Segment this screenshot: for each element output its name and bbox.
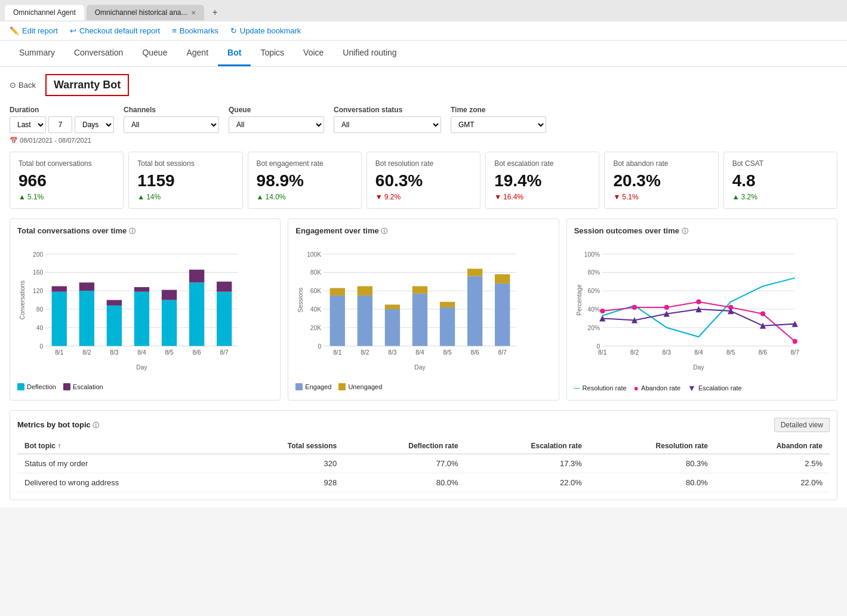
duration-unit-select[interactable]: Days [75, 116, 114, 133]
kpi-change: ▲ 14.0% [257, 193, 353, 201]
tab-summary[interactable]: Summary [10, 41, 64, 66]
metric-cell: 17.3% [466, 454, 589, 473]
info-icon[interactable]: ⓘ [381, 227, 387, 235]
duration-controls: Last Days [10, 116, 114, 133]
info-icon[interactable]: ⓘ [129, 227, 135, 235]
engagement-over-time-chart: Engagement over time ⓘ 020K40K60K80K100K… [288, 218, 559, 401]
svg-text:Day: Day [415, 364, 426, 371]
svg-rect-49 [330, 288, 345, 295]
detailed-view-button[interactable]: Detailed view [774, 418, 830, 432]
duration-value-input[interactable] [48, 116, 72, 133]
info-icon[interactable]: ⓘ [682, 227, 688, 235]
add-tab-button[interactable]: + [207, 4, 224, 21]
tab-unified-routing[interactable]: Unified routing [333, 41, 406, 66]
svg-rect-51 [358, 295, 372, 346]
kpi-card: Bot CSAT 4.8 ▲ 3.2% [723, 152, 837, 209]
svg-text:8/6: 8/6 [758, 349, 767, 356]
svg-text:8/5: 8/5 [443, 349, 452, 356]
legend-marker-icon: ● [634, 383, 639, 393]
svg-text:200: 200 [33, 251, 43, 258]
kpi-label: Total bot conversations [19, 159, 115, 168]
tab-conversation[interactable]: Conversation [64, 41, 133, 66]
channels-select[interactable]: All [124, 116, 219, 133]
svg-rect-63 [467, 276, 482, 346]
tab-topics[interactable]: Topics [251, 41, 294, 66]
page-title: Warranty Bot [45, 74, 129, 96]
filters-bar: Duration Last Days Channels All Queue Al… [10, 106, 837, 133]
tab-bot[interactable]: Bot [218, 41, 251, 66]
svg-text:160: 160 [33, 269, 43, 276]
channels-filter: Channels All [124, 106, 219, 133]
edit-icon: ✏️ [10, 26, 19, 35]
svg-rect-14 [52, 286, 67, 291]
metric-cell: 77.0% [344, 454, 465, 473]
close-icon[interactable]: ✕ [191, 10, 196, 16]
kpi-value: 60.3% [375, 171, 472, 190]
refresh-icon: ↻ [230, 26, 237, 35]
duration-preset-select[interactable]: Last [10, 116, 46, 133]
back-button[interactable]: ⊙ Back [10, 81, 36, 90]
bookmarks-icon: ≡ [172, 26, 177, 35]
svg-text:20%: 20% [587, 325, 600, 331]
legend-item: ─Resolution rate [574, 383, 627, 393]
svg-rect-57 [412, 294, 427, 346]
kpi-change: ▼ 16.4% [494, 193, 590, 201]
svg-text:8/3: 8/3 [389, 349, 398, 356]
svg-text:60%: 60% [587, 288, 600, 294]
metric-cell: 2.5% [715, 454, 830, 473]
kpi-value: 966 [19, 171, 115, 190]
legend-label: Resolution rate [583, 384, 627, 392]
legend-label: Escalation [73, 383, 103, 390]
back-icon: ⊙ [10, 81, 16, 90]
legend-label: Unengaged [348, 383, 382, 390]
checkout-button[interactable]: ↩ Checkout default report [70, 26, 160, 35]
tab-voice[interactable]: Voice [294, 41, 333, 66]
metric-cell: 80.3% [589, 454, 715, 473]
kpi-change: ▲ 3.2% [732, 193, 828, 201]
svg-text:8/7: 8/7 [220, 349, 229, 356]
tab-label: Omnichannel historical ana... [95, 8, 187, 17]
conversation-status-label: Conversation status [334, 106, 441, 114]
chart-title: Session outcomes over time ⓘ [574, 226, 830, 236]
kpi-card: Bot abandon rate 20.3% ▼ 5.1% [604, 152, 718, 209]
legend-label: Engaged [305, 383, 331, 390]
info-icon[interactable]: ⓘ [93, 421, 99, 429]
kpi-change: ▲ 14% [137, 193, 233, 201]
svg-text:Day: Day [693, 364, 704, 371]
conversation-status-select[interactable]: All [334, 116, 441, 133]
kpi-label: Bot engagement rate [257, 159, 353, 168]
metrics-title: Metrics by bot topic ⓘ [17, 420, 99, 430]
svg-text:Conversations: Conversations [19, 281, 26, 320]
tab-omnichannel-historical[interactable]: Omnichannel historical ana... ✕ [87, 5, 204, 20]
metric-cell: 80.0% [344, 473, 465, 492]
column-header: Total sessions [223, 438, 344, 454]
queue-select[interactable]: All [229, 116, 324, 133]
kpi-label: Bot resolution rate [375, 159, 472, 168]
svg-text:8/1: 8/1 [55, 349, 64, 356]
svg-text:60K: 60K [310, 288, 321, 294]
column-header: Deflection rate [344, 438, 465, 454]
nav-tabs: Summary Conversation Queue Agent Bot Top… [0, 41, 847, 67]
bookmarks-button[interactable]: ≡ Bookmarks [172, 26, 218, 35]
column-header: Resolution rate [589, 438, 715, 454]
tab-omnichannel-agent[interactable]: Omnichannel Agent [5, 5, 84, 20]
kpi-row: Total bot conversations 966 ▲ 5.1% Total… [10, 152, 837, 209]
svg-text:8/3: 8/3 [662, 349, 671, 356]
svg-rect-32 [217, 282, 232, 292]
legend-item: Engaged [295, 383, 331, 390]
svg-text:100%: 100% [584, 251, 600, 258]
metric-cell: 928 [223, 473, 344, 492]
svg-rect-26 [162, 290, 177, 300]
duration-filter: Duration Last Days [10, 106, 114, 133]
svg-text:Day: Day [136, 364, 147, 371]
svg-text:40%: 40% [587, 306, 600, 313]
timezone-select[interactable]: GMT [451, 116, 546, 133]
timezone-filter: Time zone GMT [451, 106, 546, 133]
tab-agent[interactable]: Agent [177, 41, 218, 66]
edit-report-button[interactable]: ✏️ Edit report [10, 26, 58, 35]
update-bookmark-button[interactable]: ↻ Update bookmark [230, 26, 301, 35]
svg-text:8/4: 8/4 [694, 349, 703, 356]
svg-point-97 [792, 339, 797, 344]
tab-queue[interactable]: Queue [133, 41, 177, 66]
toolbar: ✏️ Edit report ↩ Checkout default report… [0, 21, 847, 41]
